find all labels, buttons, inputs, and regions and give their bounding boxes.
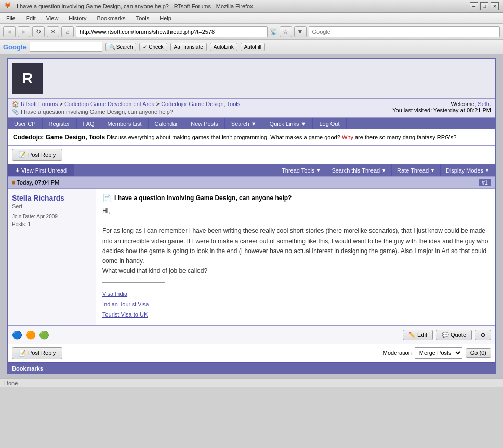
post-footer-left: 🔵 🟠 🟢 xyxy=(12,330,403,340)
tab-logout[interactable]: Log Out xyxy=(313,118,346,129)
bottom-reply-area: 📝 Post Reply Moderation Merge Posts Go (… xyxy=(8,344,495,362)
post-user-title: Serf xyxy=(12,203,91,209)
post-footer-right: ✏️ Edit 💬 Quote ⊕ xyxy=(403,330,491,340)
post-header: ■ Today, 07:04 PM #1 xyxy=(8,176,495,189)
sig-link-visa-india[interactable]: Visa India xyxy=(102,289,489,299)
reply-icon: 📝 xyxy=(19,151,26,158)
welcome-box: Welcome, Seth. You last visited: Yesterd… xyxy=(392,101,491,113)
multiquote-icon: ⊕ xyxy=(481,332,485,338)
check-button[interactable]: ✓ Check xyxy=(139,43,167,51)
quote-icon: 💬 xyxy=(442,332,449,338)
rss-icon: 📡 xyxy=(270,28,277,35)
display-modes-chevron: ▼ xyxy=(485,168,489,173)
post-date-icon: ■ xyxy=(12,179,16,186)
google-toolbar: Google 🔍 Search ✓ Check Aa Translate Aut… xyxy=(0,40,503,54)
post-reply-button-top[interactable]: 📝 Post Reply xyxy=(12,149,62,161)
browser-icon: 🦊 xyxy=(4,2,12,10)
back-button[interactable]: ◄ xyxy=(3,26,16,37)
edit-icon: ✏️ xyxy=(408,332,416,338)
tab-calendar[interactable]: Calendar xyxy=(149,118,185,129)
welcome-username[interactable]: Seth xyxy=(478,101,489,107)
multiquote-button[interactable]: ⊕ xyxy=(475,330,491,340)
autofill-button[interactable]: AutoFill xyxy=(241,43,265,51)
menu-bookmarks[interactable]: Bookmarks xyxy=(95,14,128,22)
rate-thread-button[interactable]: Rate Thread ▼ xyxy=(392,164,441,176)
quote-post-button[interactable]: 💬 Quote xyxy=(436,330,472,340)
search-icon: 🔍 xyxy=(109,44,115,50)
tab-user-cp[interactable]: User CP xyxy=(8,118,43,129)
extra-icon[interactable]: 🟢 xyxy=(39,330,49,340)
breadcrumb-rtsoft[interactable]: RTsoft Forums xyxy=(21,101,58,107)
maximize-btn[interactable]: □ xyxy=(480,2,488,10)
post-date: ■ Today, 07:04 PM xyxy=(12,179,59,186)
moderation-go-button[interactable]: Go (0) xyxy=(466,348,491,358)
breadcrumb: 🏠 RTsoft Forums > Codedojo Game Developm… xyxy=(12,101,240,108)
forward-button[interactable]: ► xyxy=(18,26,30,37)
tab-search[interactable]: Search ▼ xyxy=(225,118,263,129)
window-title: I have a question involving Game Design,… xyxy=(17,3,466,9)
address-bar[interactable] xyxy=(76,26,268,37)
status-text: Done xyxy=(4,380,18,386)
post-number: #1 xyxy=(479,179,491,186)
moderation-select[interactable]: Merge Posts xyxy=(415,347,462,359)
home-button[interactable]: ⌂ xyxy=(61,26,74,37)
top-reply-area: 📝 Post Reply xyxy=(8,146,495,164)
breadcrumb-gamedesign[interactable]: Codedojo: Game Design, Tools xyxy=(161,101,240,107)
thread-icon: 📎 xyxy=(12,109,19,115)
sig-link-indian-tourist[interactable]: Indian Tourist Visa xyxy=(102,299,489,310)
post-body: Hi, For as long as I can remember I have… xyxy=(102,206,489,276)
tab-quick-links[interactable]: Quick Links ▼ xyxy=(263,118,313,129)
nav-tabs: User CP Register FAQ Members List Calend… xyxy=(8,118,495,129)
post-signature: Visa India Indian Tourist Visa Tourist V… xyxy=(102,289,489,320)
translate-button[interactable]: Aa Translate xyxy=(170,43,207,51)
status-bar: Done xyxy=(0,378,503,387)
post-footer: 🔵 🟠 🟢 ✏️ Edit 💬 Quote ⊕ xyxy=(8,326,495,344)
rep-icon[interactable]: 🟠 xyxy=(25,330,36,340)
stop-button[interactable]: ✕ xyxy=(47,26,59,37)
rate-thread-chevron: ▼ xyxy=(430,168,435,173)
forum-description: Codedojo: Game Design, Tools Discuss eve… xyxy=(8,129,495,146)
home-icon: 🏠 xyxy=(12,101,19,107)
close-btn[interactable]: ✕ xyxy=(491,2,499,10)
search-thread-chevron: ▼ xyxy=(381,168,386,173)
thread-tools-button[interactable]: Thread Tools ▼ xyxy=(276,164,326,176)
nav-bar: ◄ ► ↻ ✕ ⌂ 📡 ☆ ▼ xyxy=(0,24,503,40)
menu-file[interactable]: File xyxy=(4,14,18,22)
sig-link-tourist-uk[interactable]: Tourist Visa to UK xyxy=(102,310,489,320)
breadcrumb-codedojo[interactable]: Codedojo Game Development Area xyxy=(64,101,155,107)
menu-edit[interactable]: Edit xyxy=(24,14,38,22)
thread-tools-chevron: ▼ xyxy=(316,168,321,173)
menu-view[interactable]: View xyxy=(44,14,61,22)
autolink-button[interactable]: AutoLink xyxy=(210,43,237,51)
window-controls[interactable]: ─ □ ✕ xyxy=(470,2,499,10)
google-toolbar-input[interactable] xyxy=(30,42,102,52)
display-modes-button[interactable]: Display Modes ▼ xyxy=(441,164,495,176)
view-first-unread-button[interactable]: ⬇ View First Unread xyxy=(8,164,74,176)
menu-bar: File Edit View History Bookmarks Tools H… xyxy=(0,13,503,24)
google-search-button[interactable]: 🔍 Search xyxy=(105,43,137,51)
bookmark-star[interactable]: ☆ xyxy=(280,26,292,37)
menu-history[interactable]: History xyxy=(67,14,88,22)
bookmark-menu[interactable]: ▼ xyxy=(294,26,307,37)
menu-help[interactable]: Help xyxy=(157,14,174,22)
refresh-button[interactable]: ↻ xyxy=(32,26,45,37)
tab-faq[interactable]: FAQ xyxy=(77,118,101,129)
tab-members[interactable]: Members List xyxy=(101,118,149,129)
forum-container: R 🏠 RTsoft Forums > Codedojo Game Develo… xyxy=(7,58,496,374)
post-title: I have a question involving Game Design,… xyxy=(114,194,292,202)
google-search-bar[interactable] xyxy=(309,26,500,37)
post-area: Stella Richards Serf Join Date: Apr 2009… xyxy=(8,189,495,326)
minimize-btn[interactable]: ─ xyxy=(470,2,478,10)
user-icon[interactable]: 🔵 xyxy=(12,330,22,340)
post-reply-button-bottom[interactable]: 📝 Post Reply xyxy=(12,347,62,359)
search-thread-button[interactable]: Search this Thread ▼ xyxy=(326,164,392,176)
reply-icon-bottom: 📝 xyxy=(19,350,26,357)
why-link[interactable]: Why xyxy=(342,134,353,140)
edit-post-button[interactable]: ✏️ Edit xyxy=(403,330,433,340)
post-username[interactable]: Stella Richards xyxy=(12,194,64,202)
tab-new-posts[interactable]: New Posts xyxy=(184,118,225,129)
tab-register[interactable]: Register xyxy=(43,118,77,129)
bookmarks-bar: Bookmarks xyxy=(8,362,495,374)
thread-toolbar: ⬇ View First Unread Thread Tools ▼ Searc… xyxy=(8,164,495,176)
menu-tools[interactable]: Tools xyxy=(134,14,152,22)
